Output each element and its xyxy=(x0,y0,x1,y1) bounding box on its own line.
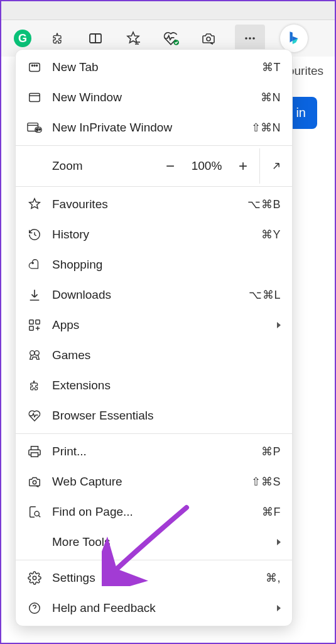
menu-shortcut: ⇧⌘N xyxy=(251,121,281,135)
help-icon xyxy=(27,601,42,616)
favourites-star-icon[interactable] xyxy=(122,27,144,50)
zoom-label: Zoom xyxy=(27,159,154,173)
menu-shortcut: ⌘T xyxy=(262,60,281,74)
menu-label: History xyxy=(52,228,251,242)
svg-rect-13 xyxy=(30,94,40,102)
bing-button[interactable] xyxy=(280,25,308,52)
menu-shopping[interactable]: Shopping xyxy=(16,250,292,280)
svg-point-28 xyxy=(35,511,39,516)
menu-divider xyxy=(16,145,292,146)
favourites-tab-partial[interactable]: ourites xyxy=(288,64,323,77)
menu-apps[interactable]: Apps xyxy=(16,310,292,340)
menu-games[interactable]: Games xyxy=(16,340,292,370)
zoom-in-button[interactable]: + xyxy=(227,148,259,184)
menu-extensions[interactable]: Extensions xyxy=(16,370,292,401)
camera-icon[interactable] xyxy=(197,27,220,50)
chevron-right-icon xyxy=(277,322,281,328)
menu-new-inprivate[interactable]: New InPrivate Window ⇧⌘N xyxy=(16,113,292,143)
menu-browser-essentials[interactable]: Browser Essentials xyxy=(16,401,292,431)
history-icon xyxy=(27,227,42,242)
menu-shortcut: ⌘N xyxy=(261,91,281,104)
web-capture-icon xyxy=(27,474,42,489)
zoom-percent: 100% xyxy=(187,159,227,173)
svg-point-24 xyxy=(30,351,35,355)
blank-icon xyxy=(27,535,42,550)
menu-label: New Tab xyxy=(52,60,252,74)
menu-label: Downloads xyxy=(52,288,239,302)
heart-pulse-icon[interactable] xyxy=(160,27,182,50)
menu-divider xyxy=(16,186,292,187)
svg-point-8 xyxy=(252,37,255,40)
menu-label: Browser Essentials xyxy=(52,409,281,423)
gear-icon xyxy=(27,570,42,586)
favourites-icon xyxy=(27,197,42,212)
more-icon xyxy=(242,31,257,46)
bing-icon xyxy=(286,30,302,47)
svg-point-25 xyxy=(35,351,39,355)
svg-point-11 xyxy=(34,65,35,66)
menu-label: Find on Page... xyxy=(52,505,252,519)
menu-shortcut: ⇧⌘S xyxy=(251,475,281,489)
menu-shortcut: ⌘, xyxy=(266,571,281,585)
fullscreen-icon xyxy=(270,160,283,172)
zoom-out-button[interactable]: − xyxy=(154,148,187,184)
menu-shortcut: ⌥⌘L xyxy=(249,288,281,302)
menu-label: Web Capture xyxy=(52,475,241,489)
more-menu-button[interactable] xyxy=(235,25,265,52)
menu-web-capture[interactable]: Web Capture ⇧⌘S xyxy=(16,467,292,497)
menu-label: Help and Feedback xyxy=(52,601,267,615)
extensions-icon[interactable] xyxy=(46,27,69,50)
apps-icon xyxy=(27,318,42,333)
menu-label: Extensions xyxy=(52,379,281,392)
split-screen-icon[interactable] xyxy=(84,27,107,50)
svg-point-20 xyxy=(32,262,33,264)
menu-divider xyxy=(16,560,292,560)
menu-shortcut: ⌘F xyxy=(262,505,281,519)
svg-rect-26 xyxy=(31,453,38,457)
svg-point-29 xyxy=(33,576,36,580)
games-icon xyxy=(27,348,42,363)
menu-zoom-row: Zoom − 100% + xyxy=(16,148,292,184)
find-icon xyxy=(27,504,42,519)
chevron-right-icon xyxy=(277,605,281,611)
menu-label: New InPrivate Window xyxy=(52,121,241,135)
new-window-icon xyxy=(27,90,42,105)
menu-new-tab[interactable]: New Tab ⌘T xyxy=(16,52,292,82)
menu-divider xyxy=(16,433,292,434)
shopping-icon xyxy=(27,257,42,272)
svg-point-7 xyxy=(249,37,251,40)
menu-find-on-page[interactable]: Find on Page... ⌘F xyxy=(16,497,292,527)
extensions-menu-icon xyxy=(27,378,42,393)
svg-point-10 xyxy=(31,65,33,66)
svg-rect-9 xyxy=(30,64,40,72)
menu-shortcut: ⌥⌘B xyxy=(247,197,281,211)
new-tab-icon xyxy=(27,60,42,75)
menu-label: Shopping xyxy=(52,258,281,272)
settings-dropdown-menu: New Tab ⌘T New Window ⌘N New InPrivate W… xyxy=(15,49,293,626)
menu-history[interactable]: History ⌘Y xyxy=(16,219,292,250)
svg-point-6 xyxy=(245,37,247,40)
menu-label: Print... xyxy=(52,445,251,458)
menu-favourites[interactable]: Favourites ⌥⌘B xyxy=(16,189,292,219)
svg-point-19 xyxy=(39,128,41,130)
menu-downloads[interactable]: Downloads ⌥⌘L xyxy=(16,280,292,310)
menu-label: Settings xyxy=(52,571,256,585)
menu-more-tools[interactable]: More Tools xyxy=(16,527,292,557)
svg-rect-21 xyxy=(30,320,33,324)
svg-rect-23 xyxy=(30,326,33,330)
menu-label: Apps xyxy=(52,318,267,332)
menu-shortcut: ⌘P xyxy=(261,445,281,458)
inprivate-icon xyxy=(27,120,42,135)
menu-settings[interactable]: Settings ⌘, xyxy=(16,563,292,593)
fullscreen-button[interactable] xyxy=(259,148,292,184)
menu-help-feedback[interactable]: Help and Feedback xyxy=(16,593,292,623)
svg-point-18 xyxy=(36,128,38,130)
grammarly-icon[interactable]: G xyxy=(14,30,31,47)
menu-label: More Tools xyxy=(52,535,267,549)
svg-rect-22 xyxy=(36,320,40,324)
menu-label: Games xyxy=(52,348,281,362)
svg-point-27 xyxy=(33,480,36,484)
menu-new-window[interactable]: New Window ⌘N xyxy=(16,82,292,113)
menu-print[interactable]: Print... ⌘P xyxy=(16,436,292,467)
print-icon xyxy=(27,444,42,459)
